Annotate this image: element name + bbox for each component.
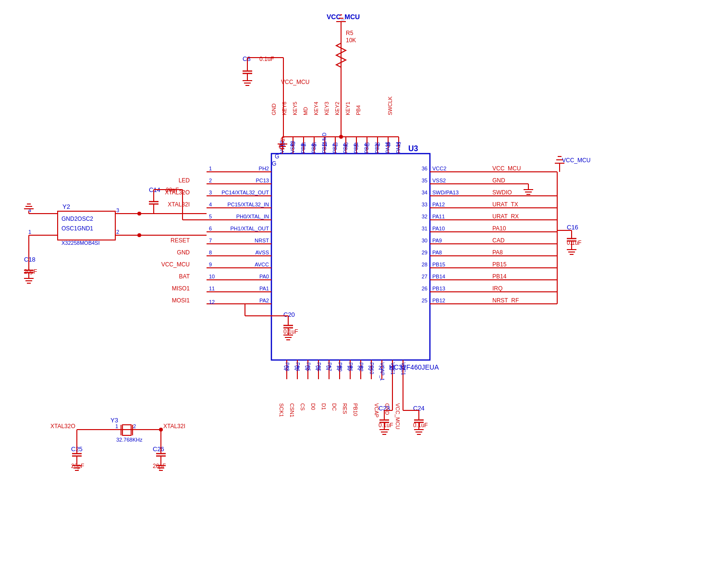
- g-label-ic: G: [275, 153, 279, 160]
- pin-num-29: 29: [422, 250, 428, 255]
- label-nrst-rf: NRST_RF: [492, 297, 519, 304]
- label-irq: IRQ: [492, 285, 502, 292]
- pin-num-43: 43: [332, 142, 338, 147]
- pin-num-26: 26: [422, 286, 428, 291]
- y2-pin3-num: 3: [116, 207, 119, 213]
- pin-num-32: 32: [422, 214, 428, 219]
- pin-num-33: 33: [422, 202, 428, 207]
- y2-pin1-num: 1: [28, 229, 31, 235]
- pin-avcc: AVCC: [255, 262, 269, 267]
- label-gnd-35: GND: [492, 177, 505, 184]
- bot-label-pb10: PB10: [353, 403, 358, 416]
- top-label-swclk: SWCLK: [387, 96, 393, 115]
- pin-num-7: 7: [209, 238, 212, 243]
- pin-pa12: PA12: [432, 202, 445, 207]
- y3-freq-label: 32.768KHz: [116, 437, 143, 443]
- label-vcc-mcu-36: VCC_MCU: [492, 165, 521, 172]
- y3-pin2-num: 2: [133, 423, 136, 429]
- g-wire-label: G: [279, 144, 283, 150]
- pin-num-1: 1: [209, 166, 212, 171]
- junction-y2-pin2: [137, 233, 141, 237]
- pin-num-5: 5: [209, 214, 212, 219]
- label-pb15: PB15: [492, 261, 507, 268]
- label-pa10: PA10: [492, 225, 506, 232]
- pin-pa2: PA2: [259, 298, 269, 303]
- y2-label: GND2OSC2: [61, 216, 93, 222]
- pin-num-19: 19: [347, 365, 353, 371]
- pin-num-10: 10: [209, 274, 215, 279]
- y2-part: X32258MOB4SI: [61, 240, 100, 246]
- pin-num-2: 2: [209, 178, 212, 183]
- bot-label-d1: D1: [321, 403, 327, 410]
- pin-num-8: 8: [209, 250, 212, 255]
- pin-ph2: PH2: [259, 166, 269, 171]
- c18-label: C18: [24, 256, 36, 263]
- ic-part-label: HC32F460JEUA: [389, 363, 439, 371]
- pin-num-28: 28: [422, 262, 428, 267]
- y2-name: Y2: [62, 203, 70, 210]
- pin-num-11: 11: [209, 286, 215, 291]
- c20-value: 0.1uF: [283, 328, 298, 335]
- pin-num-34: 34: [422, 190, 428, 195]
- ic-g-label-inside: G: [272, 160, 276, 167]
- junction-top-bus-r5: [339, 135, 343, 139]
- c8-value: 0.1uF: [259, 56, 274, 62]
- label-swdio: SWDIO: [492, 189, 512, 196]
- pin-vss2: VSS2: [432, 178, 446, 183]
- pin-num-42: 42: [343, 142, 349, 147]
- pin-pa11: PA11: [432, 214, 445, 219]
- pin-num-46: 46: [301, 142, 306, 147]
- pin-num-16: 16: [315, 365, 321, 371]
- pin-num-30: 30: [422, 238, 428, 243]
- y2-pin2-num: 2: [116, 229, 119, 235]
- c26-label: C26: [153, 445, 164, 453]
- pin-num-9: 9: [209, 262, 212, 267]
- c16-label: C16: [567, 224, 578, 231]
- pin-num-38: 38: [385, 142, 391, 147]
- pin-num-13: 13: [283, 365, 289, 371]
- pin-nrst: NRST: [255, 238, 269, 243]
- pin-num-27: 27: [422, 274, 428, 279]
- pin-num-45: 45: [311, 142, 317, 147]
- label-miso1: MISO1: [172, 285, 190, 292]
- pin-num-18: 18: [336, 365, 342, 371]
- pin-pa8: PA8: [432, 250, 442, 255]
- c8-label: C8: [243, 55, 251, 62]
- pin-num-41: 41: [354, 142, 359, 147]
- pin-pc15: PC15/XTAL32_IN: [227, 202, 269, 207]
- bot-label-sck1: SCK1: [279, 403, 284, 417]
- vcc-mcu-top-label: VCC_MCU: [327, 13, 360, 21]
- label-vcc-mcu-9: VCC_MCU: [161, 261, 190, 268]
- pin-vcc2: VCC2: [432, 166, 446, 171]
- pin-avss: AVSS: [255, 250, 269, 255]
- pin-pc13: PC13: [256, 178, 269, 183]
- label-urat-tx: URAT_TX: [492, 201, 518, 208]
- pin-ph0: PH0/XTAL_IN: [236, 214, 269, 219]
- label-led: LED: [179, 177, 190, 184]
- schematic-canvas: text { font-family: 'Arial', sans-serif;…: [0, 0, 721, 588]
- pin-num-37: 37: [396, 142, 402, 147]
- bot-label-vcc-mcu-24: VCC_MCU: [395, 403, 401, 429]
- bot-label-res: RES: [342, 403, 348, 414]
- label-bat: BAT: [179, 273, 190, 280]
- bot-label-csn1: CSN1: [289, 403, 295, 417]
- ic-name-label: U3: [408, 144, 418, 153]
- top-label-key1: KEY1: [345, 102, 351, 115]
- top-label-key2: KEY2: [334, 102, 340, 115]
- y3-pin1-num: 1: [115, 423, 118, 429]
- pin-num-31: 31: [422, 226, 428, 231]
- c20-label: C20: [283, 311, 295, 318]
- top-label-key3: KEY3: [324, 102, 330, 115]
- top-label-pb4: PB4: [355, 105, 361, 115]
- pin-num-24: 24: [400, 365, 405, 371]
- label-pa8: PA8: [492, 249, 503, 256]
- top-label-gnd: GND: [271, 104, 277, 116]
- pin-pa10: PA10: [432, 226, 445, 231]
- pin-num-35: 35: [422, 178, 428, 183]
- pin-num-17: 17: [326, 365, 331, 371]
- pin-ph1: PH1/XTAL_OUT: [231, 226, 269, 231]
- label-reset: RESET: [171, 237, 190, 244]
- pin-num-3: 3: [209, 190, 212, 195]
- pin-pa1: PA1: [259, 286, 269, 291]
- label-urat-rx: URAT_RX: [492, 213, 519, 220]
